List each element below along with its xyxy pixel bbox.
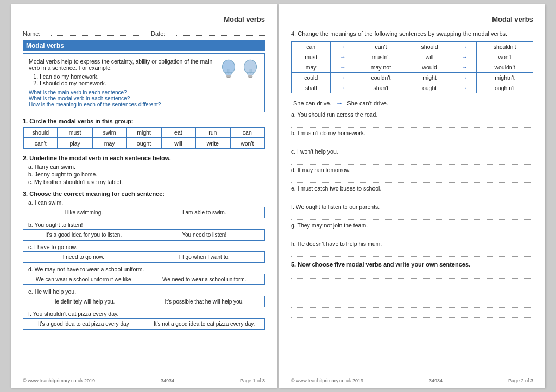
sentence-letter: g. <box>291 222 296 229</box>
example-row: She can drive. → She can't drive. <box>291 99 533 107</box>
q5-lines <box>291 272 533 318</box>
word-cell: wouldn't <box>476 62 533 73</box>
question-1-block: 1. Circle the modal verbs in this group:… <box>23 118 265 149</box>
word-ought: ought <box>127 138 161 149</box>
footer2-copyright: © www.teachitprimary.co.uk 2019 <box>291 378 363 383</box>
word-will: will <box>161 138 195 149</box>
answer-line-1 <box>291 121 533 128</box>
word-grid: should must swim might eat run can can't… <box>23 127 265 149</box>
footer1-copyright: © www.teachitprimary.co.uk 2019 <box>23 378 95 383</box>
q3d-opt1: We can wear a school uniform if we like <box>23 274 144 285</box>
arrow-cell: → <box>452 42 477 52</box>
sentence-item: d. It may rain tomorrow. <box>291 167 533 173</box>
word-cell: shall <box>292 83 331 93</box>
word-write: write <box>195 138 230 149</box>
word-cell: may <box>292 62 331 73</box>
page2-title: Modal verbs <box>291 15 533 26</box>
q3a-opt1: I like swimming. <box>23 207 144 218</box>
q3c-opt2: I'll go when I want to. <box>144 252 265 263</box>
q3c-opt1: I need to go now. <box>23 252 144 263</box>
arrow-cell: → <box>331 62 355 73</box>
page1-title: Modal verbs <box>23 15 265 26</box>
arrow-cell: → <box>331 73 355 83</box>
answer-line-6 <box>291 213 533 220</box>
q2-label: 2. Underline the modal verb in each sent… <box>23 155 265 161</box>
answer-line-7 <box>291 232 533 238</box>
q3b-table: It's a good idea for you to listen. You … <box>23 229 265 241</box>
sentence-text: I mustn't do my homework. <box>298 130 365 136</box>
word-cell: would <box>407 62 452 73</box>
word-cell: could <box>292 73 331 83</box>
word-cell: will <box>407 52 452 62</box>
answer-line-2 <box>291 140 533 146</box>
sentence-text: He doesn't have to help his mum. <box>298 241 382 247</box>
example-arrow-icon: → <box>336 99 343 107</box>
example-1: I can do my homework. <box>40 73 216 80</box>
word-cell: can't <box>355 42 407 52</box>
svg-rect-2 <box>226 77 230 78</box>
sentence-letter: a. <box>291 111 296 118</box>
swap-table: can→can'tshould→shouldn'tmust→mustn'twil… <box>291 41 533 93</box>
sentence-item: e. I must catch two buses to school. <box>291 185 533 192</box>
page1-footer: © www.teachitprimary.co.uk 2019 34934 Pa… <box>11 378 277 383</box>
q3d-opt2: We need to wear a school uniform. <box>144 274 265 285</box>
arrow-cell: → <box>452 62 477 73</box>
sentences-container: a. You should run across the road.b. I m… <box>291 111 533 257</box>
lightbulb-icon-2 <box>241 58 260 82</box>
sentence-item: h. He doesn't have to help his mum. <box>291 241 533 247</box>
word-eat: eat <box>161 127 195 138</box>
sentence-text: You should run across the road. <box>298 111 378 118</box>
q3e-table: He definitely will help you. It's possib… <box>23 296 265 307</box>
name-label: Name: <box>23 30 40 37</box>
answer-line-8 <box>291 250 533 257</box>
info-text: Modal verbs help to express the certaint… <box>29 58 212 71</box>
arrow-cell: → <box>452 83 477 93</box>
q3f-label: f. You shouldn't eat pizza every day. <box>23 311 265 317</box>
sentence-item: b. I mustn't do my homework. <box>291 130 533 136</box>
word-might: might <box>127 127 161 138</box>
q3-label: 3. Choose the correct meaning for each s… <box>23 191 265 197</box>
q3c-label: c. I have to go now. <box>23 244 265 250</box>
sentence-item: g. They may not join the team. <box>291 222 533 229</box>
answer-line-3 <box>291 158 533 165</box>
word-must: must <box>58 127 92 138</box>
q1-label: 1. Circle the modal verbs in this group: <box>23 118 265 124</box>
q5-label: 5. Now choose five modal verbs and write… <box>291 261 533 268</box>
word-cell: can <box>292 42 331 52</box>
lightbulb-icon-1 <box>219 58 238 82</box>
q2-item-c: c. My brother shouldn't use my tablet. <box>23 179 265 185</box>
q3f-table: It's a good idea to eat pizza every day … <box>23 318 265 330</box>
sentence-text: I won't help you. <box>297 148 338 155</box>
q5-block: 5. Now choose five modal verbs and write… <box>291 261 533 318</box>
answer-line-5 <box>291 195 533 201</box>
sentence-text: It may rain tomorrow. <box>298 167 351 173</box>
q5-line-5 <box>291 311 533 318</box>
example-after: She can't drive. <box>347 100 388 106</box>
word-cell: couldn't <box>355 73 407 83</box>
question-3-block: 3. Choose the correct meaning for each s… <box>23 191 265 330</box>
q5-line-4 <box>291 301 533 308</box>
svg-rect-7 <box>248 75 253 77</box>
q4-label: 4. Change the meanings of the following … <box>291 30 533 37</box>
word-cell: might <box>407 73 452 83</box>
sentence-text: We ought to listen to our parents. <box>296 204 380 210</box>
word-cell: must <box>292 52 331 62</box>
svg-rect-1 <box>226 75 231 77</box>
sentence-item: c. I won't help you. <box>291 148 533 155</box>
sentence-item: a. You should run across the road. <box>291 111 533 118</box>
sentence-letter: d. <box>291 167 296 173</box>
date-dotted <box>176 30 265 36</box>
sentence-item: f. We ought to listen to our parents. <box>291 204 533 210</box>
answer-line-4 <box>291 176 533 183</box>
word-cell: should <box>407 42 452 52</box>
sentence-letter: h. <box>291 241 296 247</box>
q3f-opt1: It's a good idea to eat pizza every day <box>23 319 144 330</box>
q3d-table: We can wear a school uniform if we like … <box>23 274 265 285</box>
q3a-table: I like swimming. I am able to swim. <box>23 207 265 218</box>
word-cell: may not <box>355 62 407 73</box>
example-2: I should do my homework. <box>40 80 216 86</box>
example-before: She can drive. <box>293 100 331 106</box>
q3e-opt1: He definitely will help you. <box>23 296 144 307</box>
q5-line-2 <box>291 282 533 288</box>
word-cell: mustn't <box>355 52 407 62</box>
